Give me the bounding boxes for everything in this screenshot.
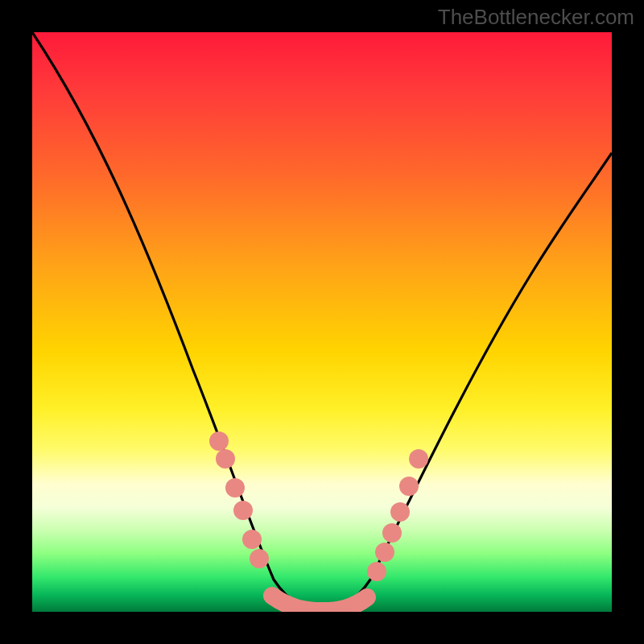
watermark-text: TheBottlenecker.com xyxy=(438,5,634,30)
plot-area xyxy=(32,32,612,612)
svg-point-3 xyxy=(233,501,253,520)
svg-point-6 xyxy=(367,562,386,581)
svg-point-8 xyxy=(382,523,402,543)
right-dots xyxy=(367,449,428,581)
chart-svg xyxy=(32,32,612,612)
svg-point-9 xyxy=(390,502,410,522)
svg-point-5 xyxy=(250,549,269,568)
svg-point-11 xyxy=(409,449,428,469)
svg-point-0 xyxy=(209,431,229,451)
svg-point-2 xyxy=(225,478,245,497)
svg-point-1 xyxy=(216,449,235,469)
svg-point-4 xyxy=(242,530,262,549)
svg-point-7 xyxy=(375,543,394,562)
chart-frame: TheBottlenecker.com xyxy=(0,0,644,644)
svg-point-10 xyxy=(399,477,419,496)
bottleneck-curve xyxy=(32,32,612,610)
bottom-band xyxy=(272,596,367,611)
